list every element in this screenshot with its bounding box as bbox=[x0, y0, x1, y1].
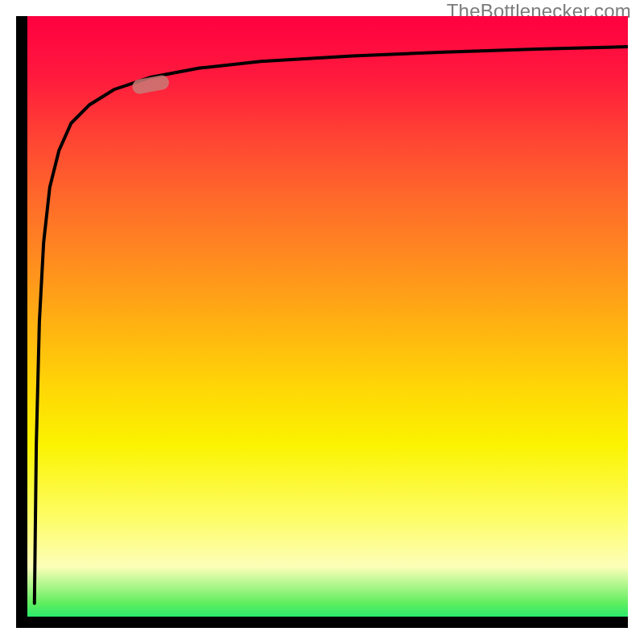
plot-area bbox=[16, 16, 628, 628]
heat-gradient bbox=[16, 16, 628, 628]
chart-stage: TheBottlenecker.com bbox=[0, 0, 644, 644]
